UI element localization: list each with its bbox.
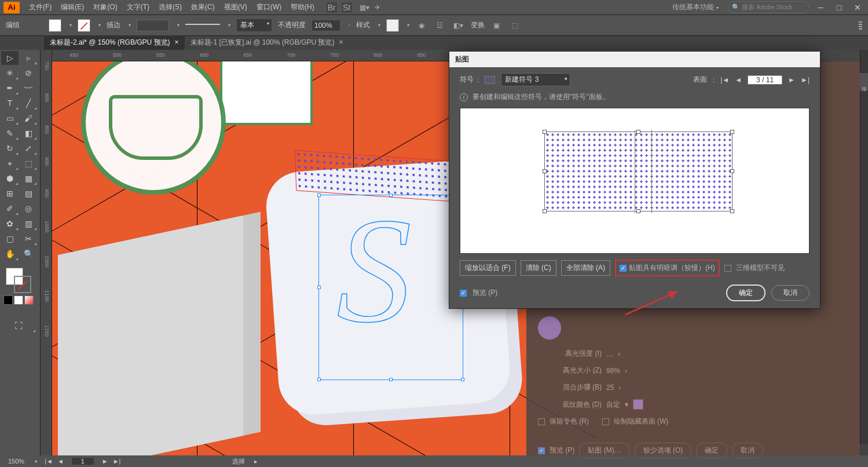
control-menu-icon[interactable] bbox=[859, 20, 862, 31]
blend-tool[interactable]: ◎ bbox=[20, 202, 37, 216]
shade-color-swatch[interactable] bbox=[633, 399, 643, 410]
line-tool[interactable]: ╱ bbox=[20, 96, 37, 110]
search-stock-input[interactable]: 🔍 搜索 Adobe Stock bbox=[728, 1, 809, 13]
shaper-tool[interactable]: ✎ bbox=[1, 126, 19, 140]
scale-tool[interactable]: ⤢ bbox=[20, 141, 37, 155]
clear-all-button[interactable]: 全部清除 (A) bbox=[561, 260, 610, 276]
bg-cancel-button[interactable]: 取消 bbox=[732, 443, 763, 458]
lasso-tool[interactable]: ⊘ bbox=[20, 66, 37, 80]
slice-tool[interactable]: ✂ bbox=[20, 232, 37, 246]
curvature-tool[interactable]: 〰 bbox=[20, 81, 37, 95]
close-button[interactable]: ✕ bbox=[851, 3, 865, 12]
paintbrush-tool[interactable]: 🖌 bbox=[20, 111, 37, 125]
current-tool-label: 选择 bbox=[232, 457, 245, 466]
shape-mode-icon[interactable]: ◧▾ bbox=[452, 19, 465, 32]
map-art-button[interactable]: 贴图 (M)… bbox=[579, 443, 629, 458]
brush-profile[interactable] bbox=[185, 24, 220, 32]
recolor-icon[interactable]: ◉ bbox=[415, 19, 428, 32]
menu-select[interactable]: 选择(S) bbox=[154, 0, 186, 14]
artboard-number-input[interactable] bbox=[71, 457, 94, 465]
artboard-nav[interactable]: |◄◄ bbox=[43, 458, 65, 465]
menu-window[interactable]: 窗口(W) bbox=[252, 0, 286, 14]
invisible-geometry-checkbox[interactable] bbox=[724, 265, 731, 272]
mesh-tool[interactable]: ⊞ bbox=[1, 187, 19, 200]
right-dock[interactable]: 库 bbox=[860, 50, 868, 444]
menu-effect[interactable]: 效果(C) bbox=[186, 0, 219, 14]
maximize-button[interactable]: □ bbox=[832, 3, 846, 12]
gradient-tool[interactable]: ▤ bbox=[20, 187, 37, 200]
menu-text[interactable]: 文字(T) bbox=[122, 0, 154, 14]
graph-tool[interactable]: ▥ bbox=[20, 217, 37, 231]
stroke-weight-input[interactable] bbox=[137, 20, 169, 31]
doc-tab-1[interactable]: 未标题-2.ai* @ 150% (RGB/GPU 预览)× bbox=[44, 35, 185, 50]
preview-symbol-box[interactable] bbox=[544, 132, 733, 211]
graphic-style-swatch[interactable] bbox=[386, 19, 399, 32]
direct-selection-tool[interactable]: ▹ bbox=[20, 51, 37, 65]
fill-stroke-swatch[interactable] bbox=[6, 268, 31, 293]
symbol-sprayer-tool[interactable]: ✿ bbox=[1, 217, 19, 231]
color-mode-swatches[interactable] bbox=[3, 295, 34, 305]
surface-first-button[interactable]: |◄ bbox=[720, 76, 729, 84]
width-tool[interactable]: ⌖ bbox=[1, 156, 19, 170]
gpu-rocket-icon[interactable]: ✈ bbox=[371, 1, 384, 14]
free-transform-tool[interactable]: ⬚ bbox=[20, 156, 37, 170]
preview-checkbox[interactable]: ✓ bbox=[538, 447, 545, 454]
eraser-tool[interactable]: ◧ bbox=[20, 126, 37, 140]
type-tool[interactable]: T bbox=[1, 96, 19, 110]
selection-tool[interactable]: ▷ bbox=[1, 51, 19, 65]
transform-label[interactable]: 变换 bbox=[471, 20, 485, 30]
surface-prev-button[interactable]: ◄ bbox=[735, 76, 742, 84]
rectangle-tool[interactable]: ▭ bbox=[1, 111, 19, 125]
minimize-button[interactable]: ─ bbox=[814, 3, 827, 12]
magic-wand-tool[interactable]: ✳ bbox=[1, 66, 19, 80]
zoom-tool[interactable]: 🔍 bbox=[20, 247, 37, 261]
cancel-button[interactable]: 取消 bbox=[771, 285, 810, 301]
clear-button[interactable]: 清除 (C) bbox=[521, 260, 556, 276]
symbol-select[interactable]: 新建符号 3▾ bbox=[501, 73, 570, 86]
close-tab-icon[interactable]: × bbox=[339, 38, 343, 46]
stock-button[interactable]: St bbox=[341, 2, 353, 13]
preserve-spot-checkbox[interactable] bbox=[538, 418, 545, 425]
map-preview-pane[interactable] bbox=[460, 108, 810, 254]
surface-next-button[interactable]: ► bbox=[788, 76, 795, 84]
opacity-input[interactable]: 100% bbox=[312, 20, 340, 31]
perspective-tool[interactable]: ▦ bbox=[20, 172, 37, 185]
artboard-tool[interactable]: ▢ bbox=[1, 232, 19, 246]
isolate-icon[interactable]: ▣ bbox=[490, 19, 503, 32]
ok-button[interactable]: 确定 bbox=[726, 284, 766, 301]
screen-mode-button[interactable]: ⛶ bbox=[1, 319, 36, 333]
fill-dropdown-icon[interactable]: ▾ bbox=[69, 23, 72, 28]
close-tab-icon[interactable]: × bbox=[175, 38, 179, 46]
bg-ok-button[interactable]: 确定 bbox=[696, 443, 727, 458]
shape-builder-tool[interactable]: ⬢ bbox=[1, 172, 19, 185]
draw-hidden-checkbox[interactable] bbox=[602, 418, 609, 425]
brush-def-select[interactable]: 基本▾ bbox=[236, 19, 272, 32]
preview-checkbox[interactable]: ✓ bbox=[460, 290, 467, 297]
menu-file[interactable]: 文件(F) bbox=[24, 0, 56, 14]
zoom-level[interactable]: 150% bbox=[6, 457, 27, 465]
stroke-swatch[interactable] bbox=[78, 19, 90, 32]
scale-to-fit-button[interactable]: 缩放以适合 (F) bbox=[460, 260, 516, 276]
workspace-switcher[interactable]: 传统基本功能▾ bbox=[668, 1, 723, 14]
bridge-button[interactable]: Br bbox=[326, 2, 338, 13]
more-options-button[interactable]: 较少选项 (O) bbox=[635, 443, 692, 458]
split-icon[interactable]: ⬚ bbox=[509, 19, 522, 32]
surface-last-button[interactable]: ►| bbox=[801, 76, 810, 84]
menu-edit[interactable]: 编辑(E) bbox=[56, 0, 89, 14]
fill-swatch[interactable] bbox=[49, 19, 61, 32]
eyedropper-tool[interactable]: ✐ bbox=[1, 202, 19, 216]
draw-mode-buttons[interactable] bbox=[3, 307, 34, 316]
libraries-tab[interactable]: 库 bbox=[860, 73, 868, 90]
hand-tool[interactable]: ✋ bbox=[1, 247, 19, 261]
menu-help[interactable]: 帮助(H) bbox=[286, 0, 319, 14]
pen-tool[interactable]: ✒ bbox=[1, 81, 19, 95]
doc-tab-2[interactable]: 未标题-1 [已恢复].ai @ 100% (RGB/GPU 预览)× bbox=[185, 35, 349, 50]
align-icon[interactable]: ☳ bbox=[434, 19, 446, 32]
arrange-docs-icon[interactable]: ▦▾ bbox=[358, 1, 371, 14]
selection-bounds[interactable] bbox=[318, 195, 463, 380]
shade-artwork-checkbox[interactable]: ✓ bbox=[620, 265, 627, 272]
artboard-nav[interactable]: ►►| bbox=[100, 458, 123, 465]
menu-object[interactable]: 对象(O) bbox=[89, 0, 122, 14]
rotate-tool[interactable]: ↻ bbox=[1, 141, 19, 155]
menu-view[interactable]: 视图(V) bbox=[219, 0, 252, 14]
